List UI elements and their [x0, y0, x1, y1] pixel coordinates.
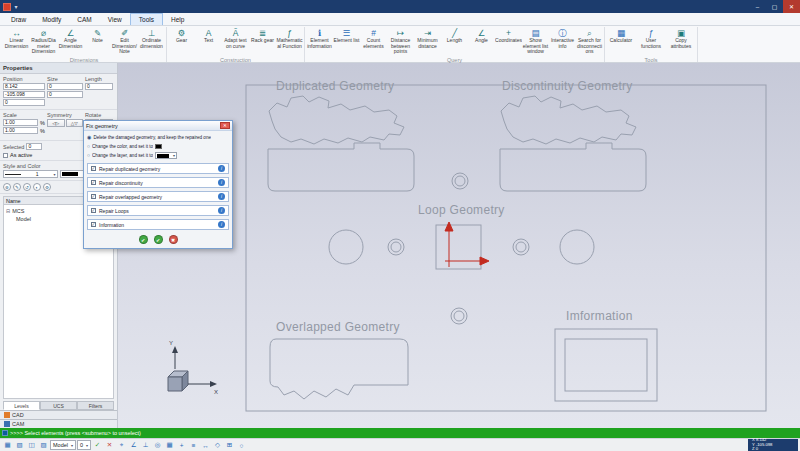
- count-elements-tool[interactable]: # Count elements: [360, 27, 387, 56]
- position-x-input[interactable]: 8.142: [3, 83, 45, 90]
- selected-count-field[interactable]: 0: [26, 143, 42, 150]
- undo-icon[interactable]: ↺: [23, 183, 31, 191]
- ring-shape[interactable]: [455, 176, 465, 186]
- search-for-disconnections-tool[interactable]: ⌕ Search for disconnections: [576, 27, 603, 56]
- close-button[interactable]: ✕: [783, 0, 800, 13]
- tab-filters[interactable]: Filters: [77, 401, 114, 410]
- radio-icon[interactable]: ○: [87, 153, 90, 158]
- snap-intersection-icon[interactable]: +: [176, 440, 187, 451]
- element-list-tool[interactable]: ☰ Element list: [333, 27, 360, 56]
- repair-loops-row[interactable]: ✓ Repair Loops i: [87, 205, 229, 216]
- layer-view-icon[interactable]: ▨: [38, 440, 49, 451]
- line-style-select[interactable]: 1 ▾: [3, 170, 58, 178]
- circle-shape[interactable]: [329, 230, 363, 264]
- grid-toggle-icon[interactable]: ▦: [2, 440, 13, 451]
- window-select-icon[interactable]: ⊞: [224, 440, 235, 451]
- tab-modify[interactable]: Modify: [34, 13, 69, 25]
- cancel-button[interactable]: ✖: [169, 235, 178, 244]
- apply-button[interactable]: ✔: [139, 235, 148, 244]
- information-outer-rect[interactable]: [555, 329, 657, 401]
- ring-shape[interactable]: [516, 242, 526, 252]
- user-functions-tool[interactable]: ƒ User functions: [636, 27, 666, 56]
- circle-shape[interactable]: [560, 230, 594, 264]
- tree-expander-icon[interactable]: ⊟: [6, 208, 10, 214]
- mirror-horizontal-button[interactable]: ◁▷: [47, 119, 65, 127]
- snap-midpoint-icon[interactable]: ↔: [200, 440, 211, 451]
- minimum-distance-tool[interactable]: ⇥ Minimum distance: [414, 27, 441, 56]
- repair-discontinuity-checkbox[interactable]: ✓: [91, 180, 96, 185]
- cancel-icon[interactable]: ✕: [104, 440, 115, 451]
- tab-help[interactable]: Help: [163, 13, 192, 25]
- snap-toggle-icon[interactable]: ▧: [14, 440, 25, 451]
- coordinates-tool[interactable]: + Coordinates: [495, 27, 522, 56]
- ring-shape[interactable]: [454, 311, 464, 321]
- snap-endpoint-icon[interactable]: ○: [236, 440, 247, 451]
- add-icon[interactable]: ⊕: [3, 183, 11, 191]
- cam-mode-bar[interactable]: CAM: [0, 419, 117, 428]
- radio-icon[interactable]: ◉: [87, 135, 91, 140]
- tab-view[interactable]: View: [100, 13, 130, 25]
- ring-shape[interactable]: [391, 242, 401, 252]
- layer-dropdown[interactable]: ▾: [155, 152, 177, 159]
- layer-select[interactable]: 0 ▾: [77, 440, 91, 450]
- position-z-input[interactable]: 0: [3, 99, 45, 106]
- gear-tool[interactable]: ⚙ Gear: [168, 27, 195, 56]
- drawing-border[interactable]: [246, 85, 766, 411]
- rack-gear-tool[interactable]: ≣ Rack gear: [249, 27, 276, 56]
- snap-grid-icon[interactable]: ▦: [164, 440, 175, 451]
- dialog-close-button[interactable]: ✕: [220, 122, 230, 129]
- length-tool[interactable]: ╱ Length: [441, 27, 468, 56]
- adapt-text-on-curve-tool[interactable]: Ã Adapt text on curve: [222, 27, 249, 56]
- as-active-checkbox[interactable]: [3, 153, 8, 158]
- position-y-input[interactable]: -105.098: [3, 91, 45, 98]
- model-select[interactable]: Model ▾: [50, 440, 76, 450]
- length-input[interactable]: 0: [85, 83, 113, 90]
- snap-perpendicular-icon[interactable]: ⊥: [140, 440, 151, 451]
- ok-button[interactable]: ✔: [154, 235, 163, 244]
- mathematical-function-tool[interactable]: ƒ Mathematical Function: [276, 27, 303, 56]
- repair-loops-checkbox[interactable]: ✓: [91, 208, 96, 213]
- tab-tools[interactable]: Tools: [130, 13, 163, 25]
- repair-duplicated-row[interactable]: ✓ Repair duplicated geometry i: [87, 163, 229, 174]
- radius-diameter-dimension-tool[interactable]: ⌀ Radius/Diameter Dimension: [30, 27, 57, 56]
- loop-geometry-square[interactable]: [436, 225, 481, 269]
- scale-y-input[interactable]: 1.00: [3, 127, 38, 134]
- angle-query-tool[interactable]: ∠ Angle: [468, 27, 495, 56]
- duplicated-geometry-plate[interactable]: [268, 143, 414, 191]
- discontinuity-geometry-plate[interactable]: [500, 143, 646, 191]
- radio-delete-damaged[interactable]: ◉ Delete the damaged geometry, and keep …: [87, 133, 229, 142]
- linear-dimension-tool[interactable]: ↔ Linear Dimension: [3, 27, 30, 56]
- duplicated-geometry-shape[interactable]: [269, 96, 404, 144]
- info-icon[interactable]: i: [218, 165, 225, 172]
- info-icon[interactable]: i: [218, 221, 225, 228]
- dialog-title-bar[interactable]: Fix geometry ✕: [84, 121, 232, 131]
- snap-quadrant-icon[interactable]: ◇: [212, 440, 223, 451]
- edit-icon[interactable]: ✎: [13, 183, 21, 191]
- color-swatch[interactable]: [155, 144, 162, 149]
- scale-x-input[interactable]: 1.00: [3, 119, 38, 126]
- radio-change-layer[interactable]: ○ Change the layer, and set it to ▾: [87, 151, 229, 160]
- text-tool[interactable]: A Text: [195, 27, 222, 56]
- snap-angle-icon[interactable]: ∠: [128, 440, 139, 451]
- tab-ucs[interactable]: UCS: [40, 401, 77, 410]
- edit-dimension-note-tool[interactable]: ✐ Edit Dimension/Note: [111, 27, 138, 56]
- settings-icon[interactable]: ⚙: [43, 183, 51, 191]
- element-information-tool[interactable]: ℹ Element information: [306, 27, 333, 56]
- repair-discontinuity-row[interactable]: ✓ Repair discontinuity i: [87, 177, 229, 188]
- note-tool[interactable]: ✎ Note: [84, 27, 111, 56]
- visibility-icon[interactable]: ◐: [33, 183, 41, 191]
- size-height-input[interactable]: 0: [47, 91, 83, 98]
- confirm-icon[interactable]: ✓: [92, 440, 103, 451]
- repair-overlapped-row[interactable]: ✓ Repair overlapped geometry i: [87, 191, 229, 202]
- repair-overlapped-checkbox[interactable]: ✓: [91, 194, 96, 199]
- info-icon[interactable]: i: [218, 207, 225, 214]
- info-icon[interactable]: i: [218, 193, 225, 200]
- ordinate-dimension-tool[interactable]: ⊥ Ordinate dimension: [138, 27, 165, 56]
- copy-attributes-tool[interactable]: ▣ Copy attributes: [666, 27, 696, 56]
- mirror-vertical-button[interactable]: △▽: [66, 119, 84, 127]
- interactive-info-tool[interactable]: ⓘ Interactive info: [549, 27, 576, 56]
- ring-shape[interactable]: [388, 239, 404, 255]
- information-row[interactable]: ✓ Information i: [87, 219, 229, 230]
- ring-shape[interactable]: [513, 239, 529, 255]
- ring-shape[interactable]: [451, 308, 467, 324]
